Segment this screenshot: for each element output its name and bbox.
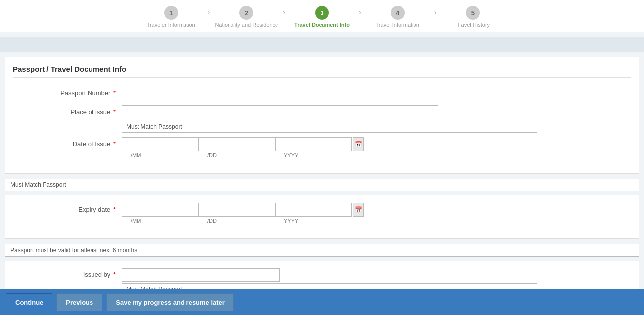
date-of-issue-dd-input[interactable] — [198, 137, 275, 151]
step-2-circle: 2 — [239, 6, 253, 20]
passport-number-required: * — [111, 90, 116, 97]
date-of-issue-mm-group: /MM — [122, 137, 198, 158]
step-3-label: Travel Document Info — [294, 22, 350, 28]
footer: Continue Previous Save my progress and r… — [0, 289, 644, 315]
step-5[interactable]: 5 Travel History — [438, 6, 507, 28]
expiry-date-mm-input[interactable] — [122, 203, 198, 217]
step-1-label: Traveler Information — [147, 22, 195, 28]
expiry-date-mm-group: /MM — [122, 203, 198, 224]
date-of-issue-mm-label: /MM — [122, 152, 141, 158]
expiry-date-dd-label: /DD — [198, 218, 217, 224]
expiry-date-dd-input[interactable] — [198, 203, 275, 217]
stepper: 1 Traveler Information › 2 Nationality a… — [0, 0, 644, 32]
place-of-issue-hint: Must Match Passport — [122, 121, 537, 133]
place-of-issue-required: * — [111, 108, 116, 116]
place-of-issue-input-wrap: Must Match Passport — [122, 105, 631, 133]
expiry-date-yyyy-input[interactable] — [275, 203, 352, 217]
expiry-date-yyyy-group: 📅 YYYY — [275, 203, 364, 224]
expiry-date-fields: /MM /DD 📅 YYYY — [122, 203, 631, 224]
expiry-date-calendar-icon[interactable]: 📅 — [353, 203, 364, 217]
expiry-date-label: Expiry date * — [13, 203, 122, 213]
place-of-issue-row: Place of issue * Must Match Passport — [13, 105, 631, 133]
date-of-issue-required: * — [111, 140, 116, 148]
date-of-issue-yyyy-label: YYYY — [275, 152, 298, 158]
step-3-circle: 3 — [315, 6, 329, 20]
expiry-date-yyyy-label: YYYY — [275, 218, 298, 224]
date-of-issue-dd-label: /DD — [198, 152, 217, 158]
passport-number-input-wrap — [122, 87, 631, 100]
date-of-issue-mm-input[interactable] — [122, 137, 198, 151]
step-3[interactable]: 3 Travel Document Info — [287, 6, 357, 28]
place-of-issue-label: Place of issue * — [13, 105, 122, 116]
place-of-issue-input[interactable] — [122, 105, 438, 119]
passport-number-input[interactable] — [122, 87, 438, 100]
issued-by-label: Issued by * — [13, 268, 122, 278]
date-of-issue-yyyy-group: 📅 YYYY — [275, 137, 364, 158]
expiry-date-hint-strip: Passport must be valid for atleast next … — [5, 244, 639, 257]
date-of-issue-fields: /MM /DD 📅 YYYY — [122, 137, 631, 158]
issued-by-required: * — [111, 271, 116, 278]
date-of-issue-input-wrap: /MM /DD 📅 YYYY — [122, 137, 631, 158]
expiry-date-dd-group: /DD — [198, 203, 275, 224]
passport-number-label: Passport Number * — [13, 87, 122, 97]
date-of-issue-dd-group: /DD — [198, 137, 275, 158]
expiry-date-row: Expiry date * /MM /DD 📅 — [13, 203, 631, 224]
arrow-4: › — [434, 8, 437, 25]
date-of-issue-label: Date of Issue * — [13, 137, 122, 148]
expiry-date-input-wrap: /MM /DD 📅 YYYY — [122, 203, 631, 224]
date-of-issue-row: Date of Issue * /MM /DD 📅 — [13, 137, 631, 158]
continue-button[interactable]: Continue — [6, 293, 52, 311]
issued-by-input[interactable] — [122, 268, 280, 282]
step-5-circle: 5 — [466, 6, 480, 20]
arrow-3: › — [359, 8, 361, 25]
expiry-date-required: * — [111, 206, 116, 213]
date-of-issue-yyyy-input[interactable] — [275, 137, 352, 151]
content-box-2: Expiry date * /MM /DD 📅 — [5, 195, 639, 239]
step-4[interactable]: 4 Travel Information — [363, 6, 432, 28]
issued-by-field-wrap — [122, 268, 631, 282]
save-progress-button[interactable]: Save my progress and resume later — [106, 293, 234, 311]
previous-button[interactable]: Previous — [56, 293, 102, 311]
main-wrap: Passport / Travel Document Info Passport… — [0, 32, 644, 315]
step-1[interactable]: 1 Traveler Information — [137, 6, 206, 28]
date-of-issue-hint-strip: Must Match Passport — [5, 179, 639, 191]
step-1-circle: 1 — [164, 6, 178, 20]
arrow-1: › — [208, 8, 210, 25]
step-5-label: Travel History — [457, 22, 490, 28]
step-2[interactable]: 2 Nationality and Residence — [212, 6, 281, 28]
step-4-label: Travel Information — [376, 22, 419, 28]
content-box: Passport / Travel Document Info Passport… — [5, 57, 639, 174]
arrow-2: › — [283, 8, 285, 25]
section-title: Passport / Travel Document Info — [13, 65, 631, 78]
expiry-date-mm-label: /MM — [122, 218, 141, 224]
date-of-issue-calendar-icon[interactable]: 📅 — [353, 137, 364, 151]
passport-number-row: Passport Number * — [13, 87, 631, 100]
top-gray-band — [0, 37, 644, 52]
step-4-circle: 4 — [391, 6, 405, 20]
step-2-label: Nationality and Residence — [215, 22, 278, 28]
